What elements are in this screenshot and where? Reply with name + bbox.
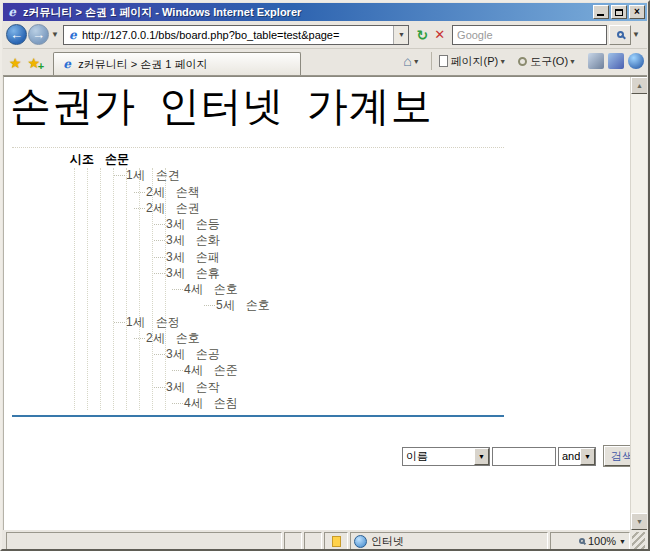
status-alert-pane: [324, 532, 348, 550]
page-content: 손권가 인터넷 가계보 시조손문1세손견2세손책2세손권3세손등3세손화3세손패…: [3, 76, 647, 530]
address-bar[interactable]: e ▼: [63, 25, 410, 45]
gear-icon: [518, 57, 527, 66]
tab-favicon-icon: e: [60, 57, 74, 71]
vertical-scrollbar[interactable]: ▲ ▼: [630, 77, 647, 530]
chevron-down-icon: ▼: [569, 58, 576, 65]
title-bar[interactable]: e z커뮤니티 > 손권 1 페이지 - Windows Internet Ex…: [3, 3, 647, 21]
window-title: z커뮤니티 > 손권 1 페이지 - Windows Internet Expl…: [23, 5, 591, 20]
addon-icon-1[interactable]: [588, 53, 604, 69]
maximize-icon: [615, 9, 623, 16]
minimize-button[interactable]: [593, 5, 609, 19]
page-menu-button[interactable]: 페이지(P)▼: [435, 52, 515, 71]
maximize-button[interactable]: [611, 5, 627, 19]
magnifier-icon: [617, 31, 624, 38]
search-category-select[interactable]: 이름 ▼: [402, 447, 490, 466]
tree-node: 3세손작: [4, 379, 564, 395]
search-go-button[interactable]: [609, 25, 631, 45]
tree-node: 4세손호: [4, 281, 564, 297]
tools-menu-label: 도구(O): [530, 54, 568, 69]
top-divider: [12, 147, 504, 148]
ie-logo-icon: e: [5, 5, 19, 19]
resize-grip[interactable]: [632, 532, 645, 550]
separator: [431, 52, 432, 70]
tree-node: 4세손준: [4, 362, 564, 378]
search-options-icon[interactable]: ▼: [632, 30, 640, 39]
history-dropdown-icon[interactable]: ▼: [51, 30, 59, 39]
tree-node: 3세손화: [4, 232, 564, 248]
close-button[interactable]: ×: [629, 5, 645, 19]
command-bar: ⌂▼ 페이지(P)▼ 도구(O)▼: [399, 49, 644, 75]
tree-node: 3세손공: [4, 346, 564, 362]
address-dropdown-button[interactable]: ▼: [393, 26, 408, 44]
plus-icon: +: [38, 60, 44, 72]
search-box[interactable]: [452, 25, 607, 45]
scroll-up-button[interactable]: ▲: [631, 77, 647, 94]
chevron-down-icon: ▼: [499, 58, 506, 65]
page-title: 손권가 인터넷 가계보: [10, 79, 433, 134]
scroll-down-button[interactable]: ▼: [631, 513, 647, 530]
tree-node: 1세손견: [4, 167, 564, 183]
status-pane: [284, 532, 302, 550]
search-category-value: 이름: [403, 449, 474, 464]
zoom-control[interactable]: 100% ▼: [550, 532, 630, 550]
browser-window: e z커뮤니티 > 손권 1 페이지 - Windows Internet Ex…: [0, 0, 650, 551]
chevron-down-icon[interactable]: ▼: [619, 538, 626, 545]
globe-icon: [354, 535, 367, 548]
addon-icon-2[interactable]: [608, 53, 624, 69]
member-search-form: 이름 ▼ and ▼ 검색: [402, 446, 640, 466]
status-message-pane: [6, 532, 282, 550]
tree-node: 3세손등: [4, 216, 564, 232]
tree-node: 3세손휴: [4, 265, 564, 281]
tab-current[interactable]: e z커뮤니티 > 손권 1 페이지: [53, 52, 301, 75]
tree-node: 2세손책: [4, 184, 564, 200]
chevron-down-icon[interactable]: ▼: [580, 448, 595, 465]
close-icon: ×: [634, 7, 640, 17]
zoom-magnifier-icon: [579, 538, 585, 544]
chevron-down-icon: ▼: [413, 58, 420, 65]
tab-bar: ★ ★+ e z커뮤니티 > 손권 1 페이지 ⌂▼ 페이지(P)▼ 도구(O)…: [3, 49, 647, 76]
tree-rows: 시조손문1세손견2세손책2세손권3세손등3세손화3세손패3세손휴4세손호5세손호…: [4, 151, 564, 411]
search-keyword-input[interactable]: [492, 447, 556, 466]
search-bool-select[interactable]: and ▼: [558, 447, 596, 466]
addon-icon-3[interactable]: [628, 53, 644, 69]
page-menu-label: 페이지(P): [451, 54, 499, 69]
tree-node: 3세손패: [4, 249, 564, 265]
tree-node: 1세손정: [4, 314, 564, 330]
forward-button[interactable]: →: [28, 24, 49, 45]
favorites-center-button[interactable]: ★: [9, 55, 22, 71]
tree-node: 시조손문: [4, 151, 564, 167]
refresh-button[interactable]: ↻: [416, 27, 428, 43]
home-button[interactable]: ⌂▼: [399, 51, 427, 71]
back-button[interactable]: ←: [6, 24, 27, 45]
address-input[interactable]: [80, 29, 394, 41]
genealogy-tree: 시조손문1세손견2세손책2세손권3세손등3세손화3세손패3세손휴4세손호5세손호…: [4, 151, 564, 413]
add-favorite-button[interactable]: ★+: [28, 55, 41, 71]
web-search-input[interactable]: [453, 29, 606, 41]
tree-node: 2세손호: [4, 330, 564, 346]
tree-node: 2세손권: [4, 200, 564, 216]
status-bar: 인터넷 100% ▼: [3, 530, 647, 551]
tab-label: z커뮤니티 > 손권 1 페이지: [78, 57, 207, 72]
home-icon: ⌂: [403, 53, 411, 69]
search-bool-value: and: [559, 450, 580, 462]
zone-label: 인터넷: [371, 534, 404, 549]
chevron-down-icon[interactable]: ▼: [474, 448, 489, 465]
page-icon: [439, 55, 448, 67]
navigation-bar: ← → ▼ e ▼ ↻ ✕ ▼: [3, 21, 647, 49]
zoom-level: 100%: [588, 535, 616, 547]
blue-rule: [12, 415, 504, 417]
favicon-icon: e: [66, 28, 80, 42]
status-pane: [304, 532, 322, 550]
tools-menu-button[interactable]: 도구(O)▼: [514, 52, 584, 71]
stop-button[interactable]: ✕: [434, 27, 445, 42]
page-alert-icon: [332, 536, 341, 547]
tree-node: 4세손침: [4, 395, 564, 411]
tree-node: 5세손호: [4, 297, 564, 313]
security-zone-pane: 인터넷: [350, 532, 548, 550]
minimize-icon: [597, 14, 604, 16]
